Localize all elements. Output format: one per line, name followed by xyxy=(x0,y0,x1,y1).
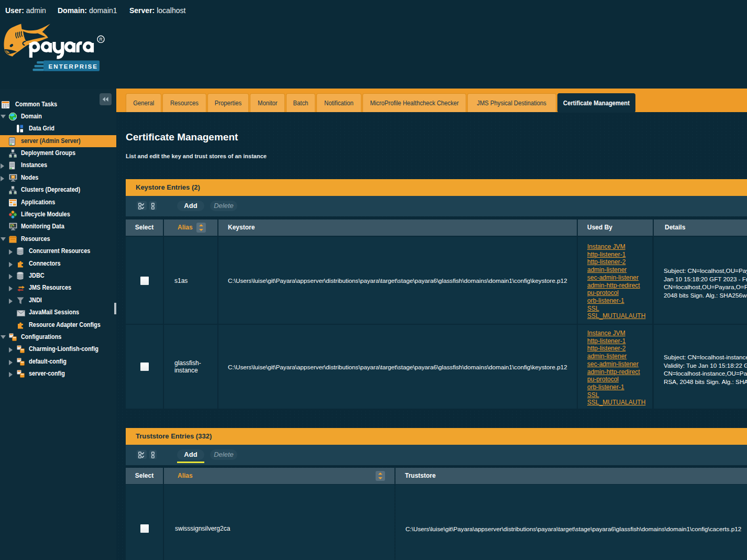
svg-text:R: R xyxy=(99,37,102,42)
svg-text:ENTERPRISE: ENTERPRISE xyxy=(49,63,98,70)
